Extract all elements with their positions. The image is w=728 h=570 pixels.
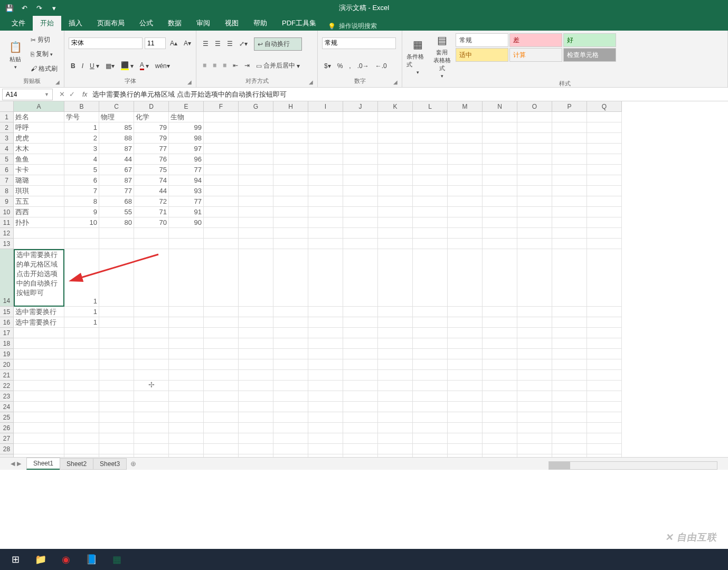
cell-B1[interactable]: 学号 [64,112,99,122]
cell-J2[interactable] [343,122,378,133]
cell-Q18[interactable] [587,338,622,349]
cell-N8[interactable] [483,186,517,196]
row-header-19[interactable]: 19 [0,349,14,359]
cell-Q22[interactable] [587,381,622,391]
cell-Q21[interactable] [587,370,622,381]
cell-F18[interactable] [204,338,239,349]
cell-K23[interactable] [378,391,413,402]
cell-O8[interactable] [517,186,552,196]
cell-I9[interactable] [308,196,343,207]
row-header-11[interactable]: 11 [0,217,14,228]
cell-Q28[interactable] [587,444,622,454]
font-name-select[interactable] [69,37,143,49]
cell-C7[interactable]: 87 [99,175,134,186]
cell-A20[interactable] [14,359,64,370]
cell-D23[interactable] [134,391,169,402]
cell-K10[interactable] [378,207,413,217]
cell-A10[interactable]: 西西 [14,207,64,217]
row-header-13[interactable]: 13 [0,239,14,249]
cell-L15[interactable] [413,307,448,317]
cell-P1[interactable] [552,112,587,122]
cell-I11[interactable] [308,217,343,228]
cell-H18[interactable] [273,338,308,349]
cell-E14[interactable] [169,249,204,307]
cell-N11[interactable] [483,217,517,228]
merge-center-button[interactable]: ▭合并后居中▾ [254,60,302,71]
column-header-O[interactable]: O [517,101,552,112]
tab-view[interactable]: 视图 [218,16,246,31]
cell-J5[interactable] [343,154,378,165]
cell-G24[interactable] [239,402,273,412]
cell-A23[interactable] [14,391,64,402]
cell-G20[interactable] [239,359,273,370]
cell-E6[interactable]: 77 [169,165,204,175]
cell-I26[interactable] [308,423,343,433]
cell-H25[interactable] [273,412,308,423]
cell-style-check[interactable]: 检查单元格 [563,48,616,62]
cell-G7[interactable] [239,175,273,186]
cancel-formula-icon[interactable]: ✕ [59,90,65,98]
cell-K6[interactable] [378,165,413,175]
cell-O3[interactable] [517,133,552,144]
cell-M25[interactable] [448,412,483,423]
cell-L10[interactable] [413,207,448,217]
cell-N26[interactable] [483,423,517,433]
cell-E4[interactable]: 97 [169,144,204,154]
cell-H10[interactable] [273,207,308,217]
cell-B9[interactable]: 8 [64,196,99,207]
cell-M4[interactable] [448,144,483,154]
cell-O4[interactable] [517,144,552,154]
cell-C23[interactable] [99,391,134,402]
cell-L7[interactable] [413,175,448,186]
cell-E13[interactable] [169,239,204,249]
cell-N27[interactable] [483,433,517,444]
align-bottom-button[interactable]: ☰ [225,39,235,49]
cell-I5[interactable] [308,154,343,165]
column-header-H[interactable]: H [273,101,308,112]
cell-Q25[interactable] [587,412,622,423]
cell-E12[interactable] [169,228,204,239]
cell-H22[interactable] [273,381,308,391]
cell-P17[interactable] [552,328,587,338]
cell-G21[interactable] [239,370,273,381]
cell-F3[interactable] [204,133,239,144]
cell-N13[interactable] [483,239,517,249]
align-center-button[interactable]: ≡ [211,61,219,70]
cell-J7[interactable] [343,175,378,186]
cell-F2[interactable] [204,122,239,133]
cell-H11[interactable] [273,217,308,228]
cell-K5[interactable] [378,154,413,165]
cell-N9[interactable] [483,196,517,207]
column-header-B[interactable]: B [64,101,99,112]
cell-F16[interactable] [204,317,239,328]
cell-P6[interactable] [552,165,587,175]
cell-P25[interactable] [552,412,587,423]
cell-J1[interactable] [343,112,378,122]
cell-I10[interactable] [308,207,343,217]
cell-E26[interactable] [169,423,204,433]
format-painter-button[interactable]: 🖌格式刷 [29,63,60,74]
cell-M9[interactable] [448,196,483,207]
cell-G26[interactable] [239,423,273,433]
cell-style-calculation[interactable]: 计算 [509,48,562,62]
cell-B22[interactable] [64,381,99,391]
cell-M14[interactable] [448,249,483,307]
cell-F10[interactable] [204,207,239,217]
cell-H9[interactable] [273,196,308,207]
cell-H20[interactable] [273,359,308,370]
cell-F12[interactable] [204,228,239,239]
cell-L23[interactable] [413,391,448,402]
cell-D12[interactable] [134,228,169,239]
decrease-decimal-button[interactable]: ←.0 [373,61,389,71]
cell-B10[interactable]: 9 [64,207,99,217]
cell-O13[interactable] [517,239,552,249]
cell-D16[interactable] [134,317,169,328]
cell-B6[interactable]: 5 [64,165,99,175]
cell-B11[interactable]: 10 [64,217,99,228]
cell-B25[interactable] [64,412,99,423]
cell-C5[interactable]: 44 [99,154,134,165]
cell-P10[interactable] [552,207,587,217]
cell-J25[interactable] [343,412,378,423]
cell-I1[interactable] [308,112,343,122]
cell-B27[interactable] [64,433,99,444]
